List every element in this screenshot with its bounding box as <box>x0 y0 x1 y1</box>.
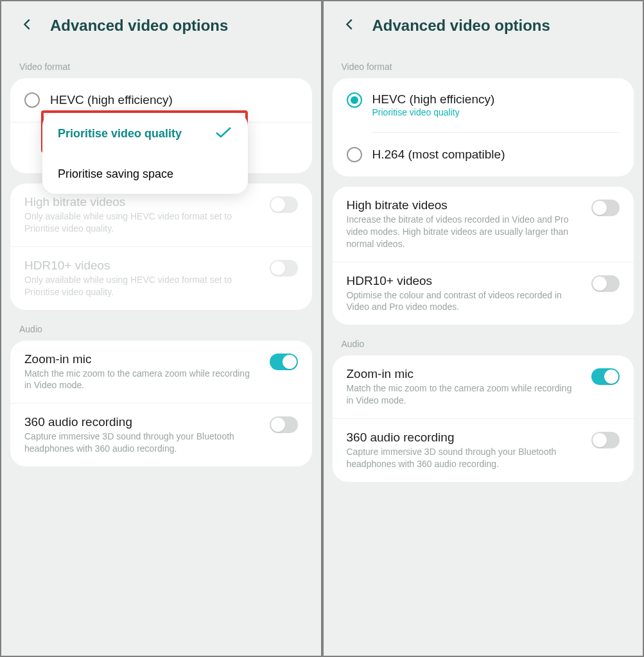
screen-left: Advanced video options Video format HEVC… <box>1 1 321 656</box>
section-label-video: Video format <box>1 47 321 78</box>
audio360-sub: Capture immersive 3D sound through your … <box>347 446 582 470</box>
hdr-toggle[interactable] <box>591 275 620 292</box>
audio360-toggle[interactable] <box>270 416 298 433</box>
radio-icon-unselected <box>347 147 362 162</box>
high-bitrate-toggle[interactable] <box>591 200 620 216</box>
high-bitrate-row[interactable]: High bitrate videos Increase the bitrate… <box>333 187 634 262</box>
video-format-card: HEVC (high efficiency) Prioritise video … <box>10 78 312 173</box>
zoom-mic-sub: Match the mic zoom to the camera zoom wh… <box>347 382 582 407</box>
hdr-sub: Optimise the colour and contrast of vide… <box>347 289 582 314</box>
radio-hevc-label: HEVC (high efficiency) <box>372 92 620 107</box>
audio360-sub: Capture immersive 3D sound through your … <box>24 431 259 455</box>
radio-hevc[interactable]: HEVC (high efficiency) Prioritise video … <box>333 78 634 133</box>
zoom-mic-toggle[interactable] <box>270 354 298 370</box>
page-title: Advanced video options <box>372 17 550 35</box>
header: Advanced video options <box>324 1 643 47</box>
check-icon <box>214 126 232 142</box>
high-bitrate-sub: Increase the bitrate of videos recorded … <box>347 214 582 250</box>
page-title: Advanced video options <box>50 17 228 35</box>
zoom-mic-toggle[interactable] <box>591 368 620 385</box>
zoom-mic-title: Zoom-in mic <box>347 367 582 381</box>
zoom-mic-row[interactable]: Zoom-in mic Match the mic zoom to the ca… <box>10 341 312 404</box>
radio-icon-unselected <box>24 92 40 108</box>
audio360-toggle[interactable] <box>591 432 620 448</box>
header: Advanced video options <box>1 1 321 47</box>
hdr-title: HDR10+ videos <box>347 274 582 288</box>
audio-card: Zoom-in mic Match the mic zoom to the ca… <box>10 341 312 467</box>
audio360-row[interactable]: 360 audio recording Capture immersive 3D… <box>333 418 634 482</box>
hdr-row[interactable]: HDR10+ videos Optimise the colour and co… <box>333 262 634 325</box>
radio-icon-selected <box>347 92 362 108</box>
popup-option-quality[interactable]: Prioritise video quality <box>42 113 248 155</box>
audio360-title: 360 audio recording <box>347 431 582 445</box>
zoom-mic-row[interactable]: Zoom-in mic Match the mic zoom to the ca… <box>333 355 634 418</box>
section-label-video: Video format <box>324 47 643 78</box>
bitrate-hdr-card: High bitrate videos Increase the bitrate… <box>333 187 634 325</box>
screen-right: Advanced video options Video format HEVC… <box>324 1 643 656</box>
audio360-row[interactable]: 360 audio recording Capture immersive 3D… <box>10 403 312 466</box>
high-bitrate-sub: Only available while using HEVC video fo… <box>24 210 259 235</box>
section-label-audio: Audio <box>324 325 643 355</box>
back-icon[interactable] <box>343 17 357 34</box>
audio360-title: 360 audio recording <box>24 415 259 429</box>
zoom-mic-title: Zoom-in mic <box>24 352 259 366</box>
high-bitrate-toggle <box>270 196 298 213</box>
radio-hevc-label: HEVC (high efficiency) <box>50 93 173 107</box>
section-label-audio: Audio <box>1 310 321 341</box>
hdr-title: HDR10+ videos <box>24 259 259 273</box>
zoom-mic-sub: Match the mic zoom to the camera zoom wh… <box>24 368 259 392</box>
popup-option-quality-label: Prioritise video quality <box>58 127 182 141</box>
radio-h264-label: H.264 (most compatible) <box>372 148 505 162</box>
audio-card: Zoom-in mic Match the mic zoom to the ca… <box>333 355 634 482</box>
popup-option-space[interactable]: Prioritise saving space <box>42 155 248 194</box>
hdr-row: HDR10+ videos Only available while using… <box>10 246 312 310</box>
high-bitrate-title: High bitrate videos <box>347 198 582 212</box>
hevc-dropdown-popup: Prioritise video quality Prioritise savi… <box>42 113 248 194</box>
hdr-sub: Only available while using HEVC video fo… <box>24 274 259 298</box>
radio-h264[interactable]: H.264 (most compatible) <box>333 133 634 176</box>
video-format-card: HEVC (high efficiency) Prioritise video … <box>333 78 634 176</box>
popup-option-space-label: Prioritise saving space <box>58 167 173 181</box>
radio-hevc-sub: Prioritise video quality <box>372 107 620 119</box>
high-bitrate-title: High bitrate videos <box>24 195 259 209</box>
back-icon[interactable] <box>21 17 35 34</box>
hdr-toggle <box>270 260 298 277</box>
bitrate-hdr-card: High bitrate videos Only available while… <box>10 183 312 310</box>
